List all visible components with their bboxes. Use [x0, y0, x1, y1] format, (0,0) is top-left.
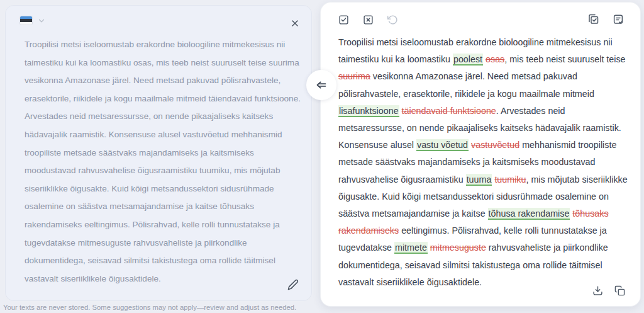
insertion-suggestion[interactable]: lisafunktsioone	[338, 105, 399, 117]
deletion-suggestion[interactable]: mitmesuguste	[430, 242, 486, 253]
source-text-panel: Troopilisi metsi iseloomustab erakordne …	[5, 5, 312, 301]
chevron-down-icon[interactable]	[37, 16, 46, 25]
accept-all-icon[interactable]	[338, 14, 349, 25]
estonian-flag-icon[interactable]	[19, 16, 33, 25]
result-toolbar	[338, 14, 624, 25]
insertion-suggestion[interactable]: poolest	[453, 54, 483, 65]
corrected-text: Troopilisi metsi iseloomustab erakordne …	[338, 34, 631, 291]
edit-pencil-icon[interactable]	[287, 279, 299, 290]
text-segment: , mis teeb neist suuruselt teise	[504, 54, 625, 64]
copy-icon[interactable]	[614, 285, 625, 296]
privacy-disclaimer: Your texts are never stored. Some sugges…	[3, 304, 296, 311]
deletion-suggestion[interactable]: vastuvõetud	[471, 140, 519, 150]
language-selector[interactable]	[19, 16, 46, 25]
copy-with-check-icon[interactable]	[587, 14, 599, 25]
source-text[interactable]: Troopilisi metsi iseloomustab erakordne …	[25, 36, 305, 288]
reject-all-icon[interactable]	[363, 14, 374, 25]
apply-changes-left-button[interactable]	[306, 70, 336, 100]
summary-notes-icon[interactable]	[613, 14, 624, 25]
undo-icon[interactable]	[387, 14, 398, 25]
insertion-suggestion[interactable]: mitmete	[394, 242, 428, 254]
corrected-text-panel: Troopilisi metsi iseloomustab erakordne …	[321, 3, 640, 306]
insertion-suggestion[interactable]: tõhusa rakendamise	[488, 208, 570, 220]
text-segment: vesikonna Amazonase järel. Need metsad p…	[338, 71, 594, 98]
insertion-suggestion[interactable]: vastu võetud	[416, 139, 469, 151]
result-actions	[592, 285, 625, 296]
download-icon[interactable]	[592, 285, 603, 296]
deletion-suggestion[interactable]: suurima	[338, 71, 370, 81]
insertion-suggestion[interactable]: tuuma	[466, 174, 492, 186]
arrow-left-lines-icon	[314, 78, 328, 92]
deletion-suggestion[interactable]: täiendavaid funktsioone	[402, 106, 496, 116]
close-button[interactable]	[290, 18, 300, 28]
deletion-suggestion[interactable]: tuumiku	[494, 174, 526, 185]
deletion-suggestion[interactable]: osas	[486, 54, 504, 64]
